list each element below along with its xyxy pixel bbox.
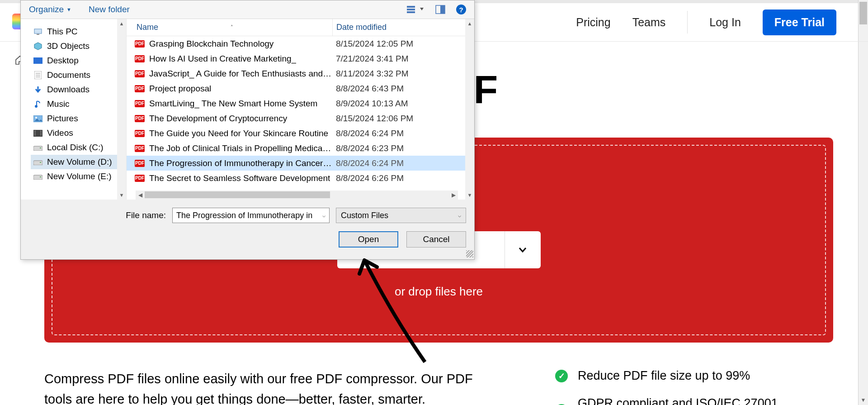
pdf-icon: PDF	[135, 175, 145, 182]
svg-rect-29	[40, 176, 41, 177]
hscroll-thumb[interactable]	[145, 191, 330, 198]
nav-login[interactable]: Log In	[709, 16, 741, 29]
pic-icon	[33, 114, 42, 123]
svg-rect-25	[40, 148, 41, 148]
tree-item-label: This PC	[47, 27, 78, 37]
pdf-icon: PDF	[135, 160, 145, 167]
tree-item-label: New Volume (E:)	[47, 172, 112, 181]
scroll-right-arrow[interactable]: ▶	[449, 191, 458, 200]
pdf-icon: PDF	[135, 145, 145, 152]
svg-rect-5	[440, 5, 445, 14]
svg-rect-2	[407, 9, 415, 10]
file-date: 7/21/2024 3:41 PM	[332, 54, 474, 64]
new-folder-button[interactable]: New folder	[89, 5, 130, 14]
pdf-icon: PDF	[135, 55, 145, 62]
file-type-value: Custom Files	[341, 211, 388, 220]
tree-item-new-volume-d-[interactable]: New Volume (D:)	[31, 155, 126, 169]
tree-item-music[interactable]: Music	[31, 97, 126, 111]
file-row[interactable]: PDFHow Is AI Used in Creative Marketing_…	[127, 51, 474, 66]
tree-item-label: Desktop	[47, 56, 79, 66]
nav-teams[interactable]: Teams	[632, 16, 666, 29]
pdf-icon: PDF	[135, 85, 145, 92]
filename-input[interactable]: The Progression of Immunotherapy in ⌵	[172, 208, 330, 223]
tree-item-downloads[interactable]: Downloads	[31, 82, 126, 97]
free-trial-button[interactable]: Free Trial	[763, 10, 836, 35]
sort-caret-icon: ˄	[231, 24, 233, 30]
tree-item-label: Local Disk (C:)	[47, 143, 104, 152]
benefits-list: ✓ Reduce PDF file size up to 99% ✓ GDPR …	[555, 369, 824, 405]
tree-item-label: Videos	[47, 128, 73, 138]
pdf-icon: PDF	[135, 115, 145, 122]
tree-item-label: 3D Objects	[47, 41, 90, 51]
tree-scrollbar[interactable]: ▲ ▼	[117, 19, 126, 200]
scroll-up-arrow[interactable]: ▲	[117, 19, 126, 28]
down-icon	[33, 86, 42, 94]
file-date: 8/8/2024 6:23 PM	[332, 143, 474, 153]
file-date: 8/15/2024 12:06 PM	[332, 114, 474, 124]
open-button[interactable]: Open	[339, 231, 398, 248]
file-type-filter[interactable]: Custom Files ⌵	[336, 208, 466, 223]
svg-point-14	[35, 105, 38, 108]
benefit-text: Reduce PDF file size up to 99%	[578, 369, 750, 383]
file-date: 8/8/2024 6:24 PM	[332, 158, 474, 168]
pdf-icon: PDF	[135, 40, 145, 48]
column-name[interactable]: Name	[137, 23, 158, 32]
file-date: 8/8/2024 6:26 PM	[332, 173, 474, 183]
combobox-caret-icon[interactable]: ⌵	[458, 212, 461, 219]
file-name: Grasping Blockchain Technology	[149, 39, 274, 49]
file-row[interactable]: PDFThe Job of Clinical Trials in Propell…	[127, 141, 474, 156]
tree-item-this-pc[interactable]: This PC	[31, 24, 126, 39]
scroll-left-arrow[interactable]: ◀	[136, 191, 145, 200]
file-date: 8/11/2024 3:32 PM	[332, 69, 474, 79]
folder-tree: This PC3D ObjectsDesktopDocumentsDownloa…	[21, 19, 127, 200]
select-source-dropdown[interactable]	[505, 231, 541, 268]
filename-label: File name:	[126, 210, 166, 220]
file-row[interactable]: PDFThe Progression of Immunotherapy in C…	[127, 156, 474, 171]
caret-down-icon: ▼	[66, 7, 71, 12]
benefit-text: GDPR compliant and ISO/IEC 27001 certifi…	[578, 396, 824, 405]
svg-rect-22	[40, 133, 42, 133]
file-row[interactable]: PDFGrasping Blockchain Technology8/15/20…	[127, 36, 474, 51]
file-name: The Secret to Seamless Software Developm…	[149, 173, 330, 183]
file-open-dialog: Organize ▼ New folder ? This PC3D Object…	[20, 0, 475, 260]
file-row[interactable]: PDFJavaScript_ A Guide for Tech Enthusia…	[127, 66, 474, 81]
scroll-up-arrow[interactable]: ▲	[465, 19, 474, 28]
svg-rect-9	[33, 57, 42, 64]
nav-pricing[interactable]: Pricing	[576, 16, 610, 29]
file-row[interactable]: PDFThe Secret to Seamless Software Devel…	[127, 171, 474, 186]
file-name: The Guide you Need for Your Skincare Rou…	[149, 129, 328, 138]
resize-grip[interactable]	[466, 250, 473, 257]
column-date[interactable]: Date modified	[336, 23, 387, 32]
file-row[interactable]: PDFThe Guide you Need for Your Skincare …	[127, 126, 474, 141]
tree-item-new-volume-e-[interactable]: New Volume (E:)	[31, 169, 126, 184]
tree-item-3d-objects[interactable]: 3D Objects	[31, 39, 126, 53]
tree-item-documents[interactable]: Documents	[31, 68, 126, 82]
svg-rect-3	[407, 11, 415, 13]
svg-rect-21	[40, 131, 42, 132]
view-layout-button[interactable]	[406, 5, 425, 14]
cancel-button[interactable]: Cancel	[406, 231, 466, 248]
file-row[interactable]: PDFProject proposal8/8/2024 6:43 PM	[127, 81, 474, 96]
file-list-hscrollbar[interactable]: ◀ ▶	[136, 191, 458, 200]
tree-item-videos[interactable]: Videos	[31, 126, 126, 140]
tree-item-local-disk-c-[interactable]: Local Disk (C:)	[31, 140, 126, 155]
help-icon[interactable]: ?	[456, 5, 466, 14]
file-row[interactable]: PDFSmartLiving_ The New Smart Home Syste…	[127, 96, 474, 111]
organize-menu[interactable]: Organize ▼	[29, 5, 71, 14]
tree-item-desktop[interactable]: Desktop	[31, 53, 126, 68]
file-list-vscrollbar[interactable]: ▲ ▼	[465, 19, 474, 200]
scroll-down-arrow[interactable]: ▼	[465, 191, 474, 200]
tree-item-pictures[interactable]: Pictures	[31, 111, 126, 126]
file-name: SmartLiving_ The New Smart Home System	[149, 99, 317, 109]
file-row[interactable]: PDFThe Development of Cryptocurrency8/15…	[127, 111, 474, 126]
file-name: Project proposal	[149, 84, 211, 94]
organize-label: Organize	[29, 5, 64, 14]
combobox-caret-icon[interactable]: ⌵	[322, 212, 326, 219]
scroll-down-arrow[interactable]: ▼	[117, 191, 126, 200]
preview-pane-button[interactable]	[435, 5, 445, 14]
file-date: 8/8/2024 6:43 PM	[332, 84, 474, 94]
tree-item-label: Pictures	[47, 114, 78, 124]
file-list-header[interactable]: Name ˄ Date modified	[127, 19, 474, 36]
file-name: JavaScript_ A Guide for Tech Enthusiasts…	[149, 69, 332, 79]
svg-rect-27	[40, 162, 41, 163]
